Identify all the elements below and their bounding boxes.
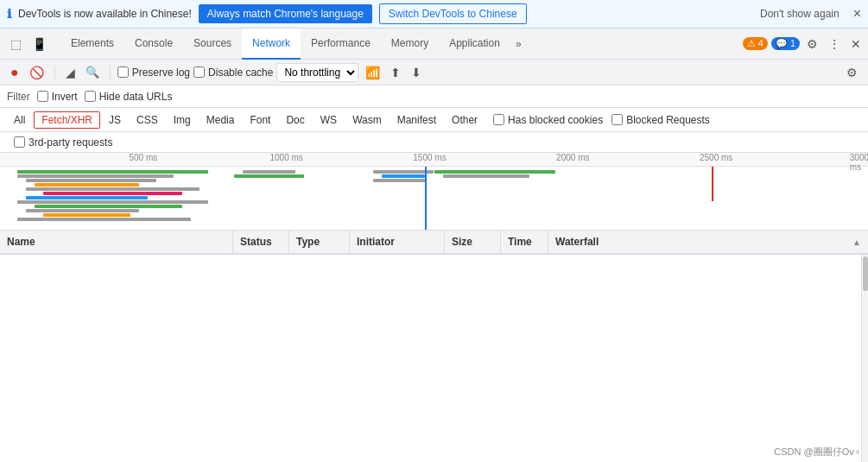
th-status[interactable]: Status <box>233 231 289 253</box>
ruler-1500ms: 1500 ms <box>413 153 446 162</box>
settings-icon-btn[interactable]: ⚙ <box>803 35 821 53</box>
close-devtools-btn[interactable]: ✕ <box>847 35 865 53</box>
tab-sources[interactable]: Sources <box>183 28 242 60</box>
invert-input[interactable] <box>37 91 48 102</box>
wf-bar-gray-1 <box>17 174 174 178</box>
tab-nav-icons: ⬚ 📱 <box>3 35 54 53</box>
scrollbar-thumb[interactable] <box>863 256 868 291</box>
disable-cache-input[interactable] <box>193 66 205 78</box>
footer-watermark: CSDN @圈圈仔Ov♀ <box>767 442 868 462</box>
th-time[interactable]: Time <box>501 231 548 253</box>
sort-icon: ▲ <box>852 237 861 247</box>
blocked-requests-input[interactable] <box>611 114 623 125</box>
divider-2 <box>110 66 111 79</box>
net-condition-icons: 📶 ⬆ ⬇ <box>362 64 425 81</box>
info-badge: 💬 1 <box>771 37 800 50</box>
match-language-button[interactable]: Always match Chrome's language <box>199 4 372 23</box>
wf-bar-gray-2 <box>26 179 156 182</box>
toolbar-right: ⚙ <box>843 64 861 81</box>
filter-wasm[interactable]: Wasm <box>345 112 389 128</box>
more-options-icon[interactable]: ⋮ <box>825 35 844 53</box>
has-blocked-cookies-input[interactable] <box>493 114 504 125</box>
wf-bar-orange-1 <box>35 183 139 187</box>
search-icon[interactable]: 🔍 <box>82 64 103 80</box>
filter-img[interactable]: Img <box>167 112 198 128</box>
ruler-2500ms: 2500 ms <box>700 153 732 162</box>
network-conditions-icon[interactable]: 📶 <box>362 64 383 81</box>
has-blocked-cookies-label: Has blocked cookies <box>508 114 603 126</box>
filter-label: Filter <box>7 91 30 103</box>
dont-show-again[interactable]: Don't show again <box>760 8 839 20</box>
wf-bar-gray-c3-2 <box>373 179 425 182</box>
filter-all[interactable]: All <box>7 112 32 128</box>
tab-elements[interactable]: Elements <box>60 28 124 60</box>
third-party-bar: 3rd-party requests <box>0 132 868 153</box>
network-toolbar: ● 🚫 ◢ 🔍 Preserve log Disable cache No th… <box>0 60 868 85</box>
record-button[interactable]: ● <box>7 63 22 82</box>
ruler-500ms: 500 ms <box>129 153 157 162</box>
tab-application[interactable]: Application <box>439 28 510 60</box>
th-name[interactable]: Name <box>0 231 233 253</box>
timeline-red-line <box>712 167 713 201</box>
wf-bar-gray-3 <box>26 187 200 191</box>
preserve-log-label: Preserve log <box>132 66 190 79</box>
wf-bar-gray-c2-1 <box>243 170 295 174</box>
preserve-log-checkbox[interactable]: Preserve log <box>117 66 190 79</box>
filter-js[interactable]: JS <box>102 112 128 128</box>
switch-devtools-button[interactable]: Switch DevTools to Chinese <box>379 3 527 24</box>
filter-fetch-xhr[interactable]: Fetch/XHR <box>34 111 100 129</box>
third-party-checkbox[interactable]: 3rd-party requests <box>14 136 112 149</box>
hide-data-urls-input[interactable] <box>85 91 96 102</box>
filter-css[interactable]: CSS <box>130 112 165 128</box>
export-icon[interactable]: ⬇ <box>408 64 425 81</box>
clear-button[interactable]: 🚫 <box>26 64 48 81</box>
info-text: DevTools is now available in Chinese! <box>18 8 192 20</box>
tab-memory[interactable]: Memory <box>381 28 439 60</box>
third-party-label: 3rd-party requests <box>29 136 112 149</box>
filter-ws[interactable]: WS <box>314 112 344 128</box>
device-icon[interactable]: 📱 <box>29 35 50 53</box>
th-waterfall[interactable]: Waterfall ▲ <box>548 231 868 253</box>
network-settings-icon[interactable]: ⚙ <box>843 64 861 81</box>
tab-performance[interactable]: Performance <box>301 28 381 60</box>
scrollbar[interactable] <box>861 255 868 462</box>
divider-1 <box>54 66 55 79</box>
info-icon: ℹ <box>7 7 11 21</box>
import-icon[interactable]: ⬆ <box>387 64 404 81</box>
filter-other[interactable]: Other <box>445 112 485 128</box>
hide-data-urls-label: Hide data URLs <box>99 91 173 103</box>
filter-icon[interactable]: ◢ <box>62 64 79 81</box>
tab-overflow[interactable]: » <box>510 38 527 50</box>
table-header: Name Status Type Initiator Size Time Wat… <box>0 231 868 255</box>
th-size[interactable]: Size <box>445 231 501 253</box>
wf-bar-gray-6 <box>17 218 191 221</box>
info-bar-close[interactable]: × <box>853 6 861 22</box>
th-initiator[interactable]: Initiator <box>350 231 445 253</box>
wf-bar-gray-5 <box>26 209 139 212</box>
invert-checkbox[interactable]: Invert <box>37 91 78 103</box>
tab-console[interactable]: Console <box>124 28 183 60</box>
preserve-log-input[interactable] <box>117 66 129 78</box>
warning-badge: ⚠ 4 <box>743 37 768 50</box>
filter-manifest[interactable]: Manifest <box>390 112 443 128</box>
wf-bar-orange-2 <box>43 213 130 217</box>
inspect-icon[interactable]: ⬚ <box>7 35 25 53</box>
has-blocked-cookies-checkbox[interactable]: Has blocked cookies <box>493 114 603 126</box>
tab-network[interactable]: Network <box>242 28 301 60</box>
filter-media[interactable]: Media <box>200 112 242 128</box>
filter-bar: Filter Invert Hide data URLs <box>0 85 868 108</box>
disable-cache-checkbox[interactable]: Disable cache <box>193 66 273 79</box>
wf-bar-blue-1 <box>26 196 148 199</box>
timeline-blue-line <box>425 167 427 231</box>
th-type[interactable]: Type <box>289 231 350 253</box>
blocked-requests-checkbox[interactable]: Blocked Requests <box>611 114 710 126</box>
hide-data-urls-checkbox[interactable]: Hide data URLs <box>85 91 173 103</box>
footer-text: CSDN @圈圈仔Ov♀ <box>774 446 861 457</box>
filter-doc[interactable]: Doc <box>279 112 311 128</box>
filter-font[interactable]: Font <box>243 112 277 128</box>
timeline-ruler: 500 ms 1000 ms 1500 ms 2000 ms 2500 ms 3… <box>0 153 868 167</box>
wf-bar-blue-c3-1 <box>382 174 425 178</box>
third-party-input[interactable] <box>14 136 25 148</box>
filter-types-bar: All Fetch/XHR JS CSS Img Media Font Doc … <box>0 108 868 132</box>
throttle-select[interactable]: No throttling Fast 3G Slow 3G Offline <box>276 63 358 82</box>
